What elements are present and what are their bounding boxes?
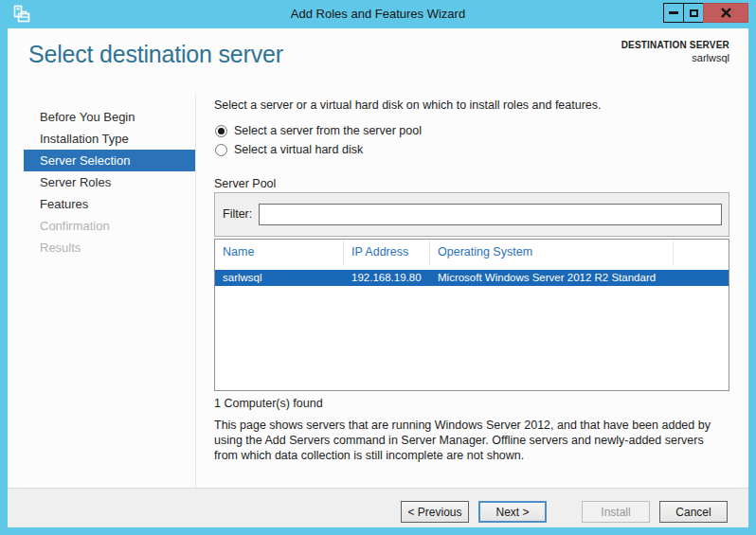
cell-name: sarlwsql (215, 270, 344, 286)
table-header-row: Name IP Address Operating System (215, 240, 729, 265)
cell-ip-address: 192.168.19.80 (344, 270, 430, 286)
close-button[interactable] (703, 3, 748, 23)
filter-input[interactable] (259, 204, 722, 225)
radio-select-server-pool[interactable]: Select a server from the server pool (215, 124, 422, 137)
window-title: Add Roles and Features Wizard (0, 7, 756, 21)
computers-found-text: 1 Computer(s) found (214, 397, 323, 410)
cell-operating-system: Microsoft Windows Server 2012 R2 Standar… (430, 270, 674, 286)
sidebar-item-features[interactable]: Features (8, 193, 195, 215)
column-header-name[interactable]: Name (215, 240, 344, 265)
wizard-steps-sidebar: Before You Begin Installation Type Serve… (8, 95, 196, 488)
next-button[interactable]: Next > (478, 501, 547, 523)
wizard-window: Add Roles and Features Wizard Select des… (0, 0, 756, 535)
minimize-icon (669, 11, 678, 14)
maximize-button[interactable] (683, 3, 704, 23)
intro-text: Select a server or a virtual hard disk o… (214, 98, 602, 112)
title-bar: Add Roles and Features Wizard (0, 0, 756, 28)
radio-unselected-icon[interactable] (215, 144, 227, 156)
radio-label: Select a virtual hard disk (234, 143, 363, 156)
radio-select-vhd[interactable]: Select a virtual hard disk (215, 143, 363, 156)
sidebar-item-server-selection[interactable]: Server Selection (24, 150, 195, 171)
install-button: Install (582, 501, 650, 523)
filter-panel: Filter: (214, 192, 729, 237)
page-description: This page shows servers that are running… (214, 418, 729, 463)
destination-server-name: sarlwsql (621, 52, 729, 63)
destination-server-label: DESTINATION SERVER (621, 40, 729, 50)
button-bar: < Previous Next > Install Cancel (8, 488, 748, 527)
page-title: Select destination server (28, 41, 283, 68)
sidebar-item-server-roles[interactable]: Server Roles (8, 171, 195, 193)
column-header-empty (674, 240, 729, 265)
radio-selected-icon[interactable] (215, 125, 227, 137)
previous-button[interactable]: < Previous (401, 501, 469, 523)
server-pool-heading: Server Pool (214, 177, 276, 190)
sidebar-item-confirmation: Confirmation (8, 215, 195, 237)
minimize-button[interactable] (663, 3, 684, 23)
radio-label: Select a server from the server pool (234, 124, 422, 137)
table-row[interactable]: sarlwsql 192.168.19.80 Microsoft Windows… (215, 270, 729, 286)
column-header-ip-address[interactable]: IP Address (344, 240, 430, 265)
filter-label: Filter: (223, 207, 252, 221)
destination-server-block: DESTINATION SERVER sarlwsql (621, 40, 729, 63)
main-content: Select a server or a virtual hard disk o… (214, 95, 729, 488)
sidebar-item-results: Results (8, 237, 195, 259)
sidebar-item-before-you-begin[interactable]: Before You Begin (8, 106, 195, 128)
server-pool-table: Name IP Address Operating System sarlwsq… (214, 239, 729, 391)
close-icon (721, 8, 731, 18)
wizard-body: Select destination server DESTINATION SE… (8, 28, 748, 527)
maximize-icon (690, 9, 698, 17)
column-header-operating-system[interactable]: Operating System (430, 240, 674, 265)
cancel-button[interactable]: Cancel (659, 501, 728, 523)
sidebar-item-installation-type[interactable]: Installation Type (8, 128, 195, 150)
